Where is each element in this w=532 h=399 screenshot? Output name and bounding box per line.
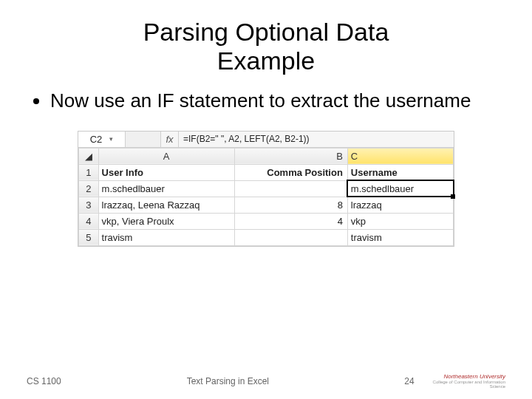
accept-icon[interactable] <box>145 134 154 143</box>
table-row: 3 lrazzaq, Leena Razzaq 8 lrazzaq <box>79 197 454 213</box>
formula-input[interactable]: =IF(B2=" ", A2, LEFT(A2, B2-1)) <box>179 134 454 144</box>
row-header[interactable]: 3 <box>79 197 99 213</box>
slide-footer: CS 1100 Text Parsing in Excel 24 Northea… <box>27 373 505 389</box>
bullet-list: Now use an IF statement to extract the u… <box>33 89 505 113</box>
cell[interactable] <box>234 229 347 245</box>
row-header[interactable]: 2 <box>79 180 99 197</box>
cell[interactable]: m.schedlbauer <box>98 180 234 197</box>
cell[interactable]: 8 <box>234 197 347 213</box>
fx-icon[interactable]: fx <box>161 132 179 147</box>
slide: Parsing Optional Data Example Now use an… <box>0 0 532 399</box>
cell[interactable]: 4 <box>234 213 347 229</box>
col-header-b[interactable]: B <box>234 148 347 164</box>
page-number: 24 <box>395 376 424 386</box>
footer-left: CS 1100 <box>27 376 61 386</box>
table-row: 5 travism travism <box>79 229 454 245</box>
spreadsheet-grid: ◢ A B C 1 User Info Comma Position Usern… <box>78 148 454 246</box>
cell[interactable]: vkp, Viera Proulx <box>98 213 234 229</box>
bullet-item: Now use an IF statement to extract the u… <box>50 89 505 113</box>
formula-tools <box>126 132 161 147</box>
cell[interactable]: Username <box>347 164 453 180</box>
select-all-corner[interactable]: ◢ <box>79 148 99 164</box>
slide-title: Parsing Optional Data Example <box>27 18 505 75</box>
college-name: College of Computer and Information Scie… <box>424 380 505 389</box>
table-row: 2 m.schedlbauer m.schedlbauer <box>79 180 454 197</box>
cell[interactable]: travism <box>347 229 453 245</box>
university-name: Northeastern University <box>424 373 505 380</box>
cell[interactable] <box>234 180 347 197</box>
footer-center: Text Parsing in Excel <box>61 376 395 386</box>
name-box-value: C2 <box>90 134 110 145</box>
chevron-down-icon: ▾ <box>109 135 113 143</box>
table-row: 1 User Info Comma Position Username <box>79 164 454 180</box>
name-box[interactable]: C2 ▾ <box>78 132 126 147</box>
column-header-row: ◢ A B C <box>79 148 454 164</box>
cell[interactable]: travism <box>98 229 234 245</box>
cell[interactable]: lrazzaq, Leena Razzaq <box>98 197 234 213</box>
table-row: 4 vkp, Viera Proulx 4 vkp <box>79 213 454 229</box>
row-header[interactable]: 5 <box>79 229 99 245</box>
excel-window: C2 ▾ fx =IF(B2=" ", A2, LEFT(A2, B2-1)) … <box>78 131 454 247</box>
selected-cell[interactable]: m.schedlbauer <box>347 180 453 197</box>
excel-screenshot: C2 ▾ fx =IF(B2=" ", A2, LEFT(A2, B2-1)) … <box>78 131 454 247</box>
cell[interactable]: lrazzaq <box>347 197 453 213</box>
title-line-2: Example <box>217 47 315 75</box>
cell[interactable]: Comma Position <box>234 164 347 180</box>
col-header-a[interactable]: A <box>98 148 234 164</box>
row-header[interactable]: 4 <box>79 213 99 229</box>
cell[interactable]: vkp <box>347 213 453 229</box>
col-header-c[interactable]: C <box>347 148 453 164</box>
cell[interactable]: User Info <box>98 164 234 180</box>
row-header[interactable]: 1 <box>79 164 99 180</box>
formula-bar: C2 ▾ fx =IF(B2=" ", A2, LEFT(A2, B2-1)) <box>78 132 454 148</box>
cancel-icon[interactable] <box>133 134 142 143</box>
title-line-1: Parsing Optional Data <box>143 18 389 46</box>
university-logo: Northeastern University College of Compu… <box>424 373 505 389</box>
